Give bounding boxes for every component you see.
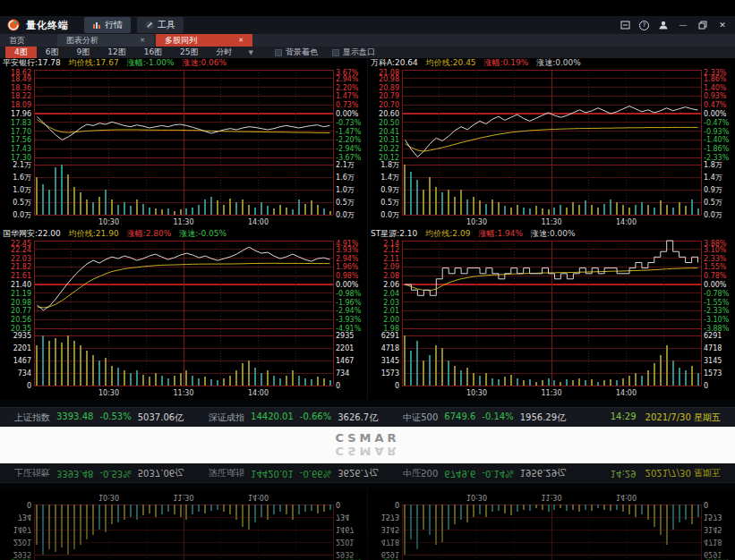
svg-text:0.93%: 0.93% [704,92,727,100]
svg-text:-0.93%: -0.93% [704,128,730,136]
svg-text:21.61: 21.61 [11,272,31,280]
svg-text:1.6万: 1.6万 [13,174,31,182]
svg-text:2.01: 2.01 [383,307,399,315]
chart-panel-header: 国华网安:22.00 均价线:21.90 涨幅:2.80% 涨速:-0.05% [0,229,367,239]
avg-label: 均价线:2.09 [425,229,470,239]
dropdown-caret-icon[interactable]: ▼ [242,49,261,56]
svg-text:20.50: 20.50 [379,119,399,127]
index-amount: 5037.06亿 [138,412,184,424]
svg-text:11:30: 11:30 [541,218,561,226]
layout-25-button[interactable]: 25图 [171,47,207,58]
panel-icon[interactable] [620,20,630,30]
tab-multi-stock-label: 多股同列 [165,35,197,47]
chart-panel-pinganbank: 平安银行:17.78 均价线:17.67 涨幅:-1.00% 涨速:0.06% … [0,58,367,229]
svg-text:-2.33%: -2.33% [704,307,730,315]
show-orderbook-label: 显示盘口 [343,47,375,58]
svg-text:2.06: 2.06 [383,281,399,289]
tab-chart-analysis[interactable]: 图表分析 ✕ [57,34,154,47]
svg-text:14:00: 14:00 [248,493,269,501]
tab-chart-analysis-label: 图表分析 [66,35,98,47]
svg-text:2935: 2935 [13,332,31,340]
svg-text:-1.86%: -1.86% [704,145,730,153]
index-name: 深证成指 [209,412,244,424]
index-name: 上证指数 [14,412,50,424]
svg-text:0.0万: 0.0万 [380,211,399,219]
tab-close-icon[interactable]: ✕ [140,37,145,44]
svg-text:-0.98%: -0.98% [336,290,362,298]
layout-16-button[interactable]: 16图 [135,47,171,58]
svg-text:10:30: 10:30 [466,493,487,501]
svg-text:20.41: 20.41 [379,128,399,136]
svg-text:1.40%: 1.40% [704,84,727,92]
index-value: 14420.01 [251,412,294,424]
layout-9-button[interactable]: 9图 [67,47,98,58]
svg-text:0.73%: 0.73% [336,101,359,109]
tab-home[interactable]: 首页 [0,34,56,47]
statusbar: 上证指数 3393.48 -0.53% 5037.06亿 深证成指 14420.… [0,407,735,427]
svg-text:2935: 2935 [336,550,354,558]
svg-text:2201: 2201 [13,344,31,352]
svg-text:0.5万: 0.5万 [336,199,355,207]
chart-panel-header: ST星源:2.10 均价线:2.09 涨幅:1.94% 涨速:0.00% [368,229,735,239]
svg-text:2201: 2201 [13,538,31,546]
index-amount: 1956.29亿 [520,412,566,424]
svg-text:1467: 1467 [336,525,354,533]
change-label: 涨幅:1.94% [478,229,523,239]
background-shading-checkbox[interactable] [275,49,282,56]
tab-multi-stock[interactable]: 多股同列 ✕ [156,34,252,47]
layout-4-button[interactable]: 4图 [5,47,37,58]
restore-icon[interactable] [697,20,708,30]
charts-grid: 平安银行:17.78 均价线:17.67 涨幅:-1.00% 涨速:0.06% … [0,58,735,400]
svg-text:0.5万: 0.5万 [13,199,31,207]
svg-text:6291: 6291 [381,550,399,558]
svg-text:6291: 6291 [704,550,722,558]
layout-6-button[interactable]: 6图 [37,47,68,58]
tab-close-icon[interactable]: ✕ [238,37,244,44]
change-label: 涨幅:0.19% [484,58,529,68]
svg-text:0.9万: 0.9万 [380,186,399,194]
svg-text:-3.93%: -3.93% [336,316,362,324]
svg-text:11:30: 11:30 [173,389,193,397]
intraday-chart-pinganbank[interactable]: 18.6218.4918.3618.2218.0917.9617.8317.70… [0,68,367,229]
svg-text:0: 0 [27,382,31,390]
intraday-chart-stxingyuan[interactable]: 2.142.122.112.092.082.062.042.032.012.00… [368,239,735,400]
svg-text:4718: 4718 [704,344,722,352]
svg-text:0.00%: 0.00% [704,281,727,289]
csmar-watermark: CSMAR [0,431,735,445]
svg-text:0.98%: 0.98% [336,272,359,280]
stock-label: ST星源:2.10 [371,229,417,239]
index-shenzhen: 深证成指 14420.01 -0.66% 3626.7亿 [209,412,378,424]
svg-text:20.22: 20.22 [379,145,399,153]
intraday-chart-vanke[interactable]: 21.0820.9820.8920.7920.7020.6020.5020.41… [368,68,735,229]
app-window: 量化终端 行情 工具 ? [0,16,735,427]
svg-text:0: 0 [27,500,31,508]
svg-text:20.60: 20.60 [379,110,399,118]
help-icon[interactable]: ? [639,21,649,30]
svg-text:1573: 1573 [381,513,399,521]
svg-text:0: 0 [336,500,340,508]
svg-text:1467: 1467 [13,525,31,533]
svg-text:14:00: 14:00 [616,218,637,226]
svg-text:20.89: 20.89 [379,84,399,92]
user-icon[interactable] [658,20,669,30]
intraday-button[interactable]: 分时 [208,47,242,58]
close-icon[interactable]: ✕ [717,20,728,30]
background-shading-option: 背景着色 [275,47,318,58]
current-time: 14:29 [611,412,637,424]
show-orderbook-checkbox[interactable] [332,49,339,56]
svg-text:-1.96%: -1.96% [336,299,362,307]
menu-quotes[interactable]: 行情 [84,17,131,33]
menu-tools[interactable]: 工具 [137,17,184,33]
svg-text:18.49: 18.49 [11,75,31,83]
svg-text:17.96: 17.96 [11,110,31,118]
toolbar: 4图 6图 9图 12图 16图 25图 分时 ▼ 背景着色 显示盘口 [0,47,735,58]
svg-text:18.09: 18.09 [11,101,31,109]
minimize-icon[interactable]: — [678,20,688,30]
svg-text:1.55%: 1.55% [704,263,727,271]
layout-12-button[interactable]: 12图 [98,47,134,58]
svg-text:2.04: 2.04 [383,290,399,298]
svg-text:3145: 3145 [704,357,722,365]
svg-text:20.77: 20.77 [11,307,31,315]
svg-text:734: 734 [18,513,31,521]
intraday-chart-guohua[interactable]: 22.4522.2422.0321.8221.6121.4021.1920.98… [0,239,367,400]
